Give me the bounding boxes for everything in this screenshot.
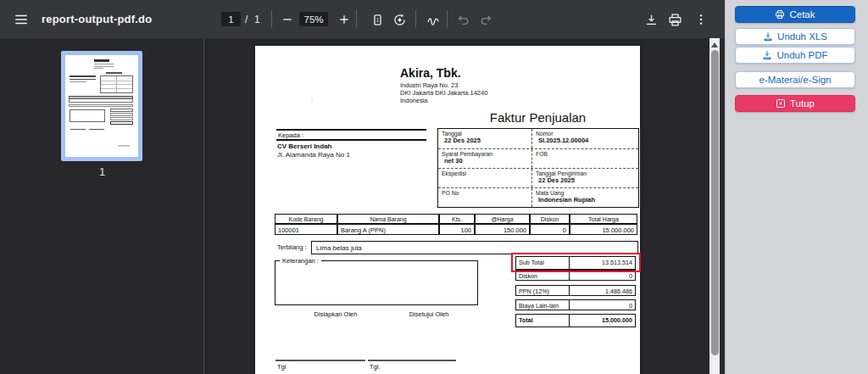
date-label: Tgl	[277, 363, 286, 371]
pdf-toolbar: report-output-pdf.do 1 / 1 75%	[0, 0, 725, 38]
viewer-scrollbar[interactable]	[709, 38, 720, 374]
redo-icon[interactable]	[477, 11, 494, 28]
rule	[276, 139, 426, 141]
thumbnail-preview	[65, 55, 138, 157]
items-table: Kode Barang Nama Barang Kts. @Harga Disk…	[275, 214, 638, 235]
items-header: @Harga	[475, 214, 530, 224]
annotate-icon[interactable]	[425, 11, 442, 28]
kepada-label: Kepada :	[278, 131, 303, 139]
items-header: Kode Barang	[275, 214, 337, 224]
info-value: 22 Des 2025	[536, 176, 638, 184]
download-xls-button[interactable]: Unduh XLS	[735, 28, 855, 45]
page-total: 1	[254, 0, 260, 38]
close-button[interactable]: Tutup	[735, 95, 855, 112]
download-pdf-label: Unduh PDF	[776, 50, 827, 60]
scrollbar-up-arrow[interactable]	[711, 42, 718, 48]
item-cell: 15.000.000	[570, 224, 637, 235]
info-value: net 30	[442, 157, 531, 165]
stray-colon: :	[311, 97, 313, 104]
info-label: Tanggal	[442, 131, 531, 137]
zoom-in-icon[interactable]	[336, 11, 353, 28]
scrollbar-thumb[interactable]	[711, 50, 719, 355]
ematerai-esign-label: e-Materai/e-Sign	[759, 75, 831, 85]
print-icon	[775, 9, 785, 20]
info-label: Ekspedisi	[442, 170, 531, 176]
total-label: PPN (12%)	[515, 285, 570, 296]
total-label: Diskon	[515, 270, 570, 281]
info-label: Mata Uang	[536, 190, 638, 196]
toolbar-divider	[356, 10, 357, 28]
item-cell: 0	[530, 224, 570, 235]
page-1-thumbnail[interactable]	[61, 51, 142, 161]
terbilang-label: Terbilang :	[277, 243, 307, 251]
total-label: Biaya Lain-lain	[515, 299, 570, 310]
terbilang-value: Lima belas juta	[311, 241, 638, 254]
total-value: 0	[570, 270, 636, 281]
biaya-row: Biaya Lain-lain 0	[515, 299, 636, 310]
signature-approved-label: Disetujui Oleh	[382, 310, 476, 318]
date-line	[368, 360, 456, 361]
subtotal-row: Sub Total 13.513.514	[515, 256, 636, 270]
invoice-title: Faktur Penjualan	[437, 110, 638, 125]
customer-address: Jl. Alamanda Raya No 1	[277, 152, 350, 159]
total-value: 1.486.486	[570, 285, 636, 296]
total-label: Sub Total	[515, 256, 570, 270]
download-pdf-button[interactable]: Unduh PDF	[735, 47, 855, 64]
total-value: 13.513.514	[570, 256, 636, 270]
company-name: Akira, Tbk.	[400, 66, 461, 80]
page-number-input[interactable]: 1	[221, 12, 241, 26]
page-separator: /	[245, 0, 248, 38]
signature-prepared-label: Disiapkan Oleh	[289, 310, 382, 318]
download-xls-label: Unduh XLS	[777, 31, 827, 42]
toolbar-divider	[271, 10, 272, 28]
items-header: Nama Barang	[337, 214, 439, 224]
info-value: 22 Des 2025	[442, 137, 531, 144]
viewer-area: : Akira, Tbk. Industri Raya No. 23 DKI J…	[204, 38, 725, 374]
info-value: Indonesian Rupiah	[536, 196, 638, 204]
undo-icon[interactable]	[455, 11, 472, 28]
item-cell: 100	[439, 224, 475, 235]
download-icon	[763, 31, 773, 42]
ematerai-esign-button[interactable]: e-Materai/e-Sign	[735, 71, 855, 88]
ppn-row: PPN (12%) 1.486.486	[515, 285, 636, 296]
toolbar-divider	[447, 10, 448, 28]
action-sidebar: Cetak Unduh XLS Unduh PDF e-Materai/e-Si…	[725, 0, 868, 374]
print-button-label: Cetak	[789, 9, 815, 20]
info-label: Syarat Pembayaran	[442, 151, 531, 157]
thumbnail-panel: 1	[0, 38, 204, 374]
print-button[interactable]: Cetak	[735, 6, 855, 23]
date-line	[275, 360, 365, 361]
rotate-icon[interactable]	[391, 11, 408, 28]
company-address-line-3: Indonesia	[400, 98, 428, 105]
download-icon	[762, 50, 772, 60]
thumbnail-page-number: 1	[0, 165, 204, 178]
keterangan-label: Keterangan :	[280, 257, 321, 265]
menu-icon[interactable]	[12, 10, 30, 28]
rule	[276, 129, 426, 131]
zoom-out-icon[interactable]	[279, 11, 296, 28]
item-cell: 150.000	[475, 224, 530, 235]
diskon-row: Diskon 0	[515, 270, 636, 281]
invoice-page: : Akira, Tbk. Industri Raya No. 23 DKI J…	[255, 46, 640, 374]
grand-total-row: Total 15.000.000	[515, 314, 636, 327]
more-options-icon[interactable]	[693, 11, 709, 28]
item-cell: 100001	[275, 224, 337, 235]
close-icon	[776, 98, 786, 109]
item-cell: Barang A (PPN)	[337, 224, 439, 235]
close-button-label: Tutup	[790, 98, 815, 109]
items-header: Total Harga	[570, 214, 637, 224]
print-icon[interactable]	[666, 11, 683, 28]
info-label: PO No	[442, 190, 531, 196]
info-label: Nomor	[536, 131, 638, 137]
total-value: 0	[570, 299, 636, 310]
total-value: 15.000.000	[570, 314, 636, 327]
items-header: Diskon	[530, 214, 570, 224]
info-label: FOB	[536, 151, 638, 157]
info-label: Tanggal Pengiriman	[536, 170, 638, 176]
zoom-level-input[interactable]: 75%	[299, 12, 328, 26]
keterangan-box	[275, 260, 478, 305]
invoice-info-table: Tanggal22 Des 2025 NomorSI.2025.12.00004…	[437, 128, 639, 208]
download-icon[interactable]	[643, 11, 659, 28]
fit-page-icon[interactable]	[369, 11, 386, 28]
items-header: Kts.	[439, 214, 475, 224]
